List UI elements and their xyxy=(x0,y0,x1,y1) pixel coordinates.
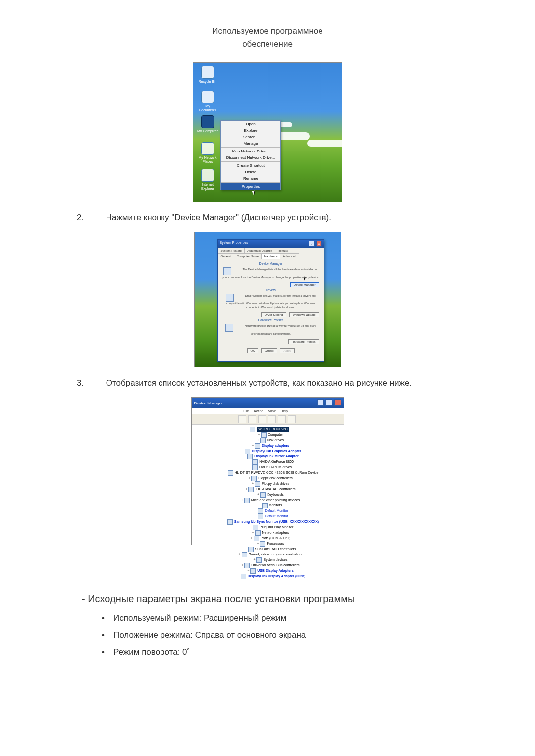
tree-processors[interactable]: Processors xyxy=(267,542,284,545)
context-menu: Open Explore Search... Manage Map Networ… xyxy=(220,120,281,190)
desktop-icon-network-places[interactable]: My Network Places xyxy=(197,142,218,163)
tree-keyboards[interactable]: Keyboards xyxy=(267,493,283,496)
tree-sound[interactable]: Sound, video and game controllers xyxy=(249,553,302,556)
menu-help[interactable]: Help xyxy=(280,409,287,413)
tree-monitor-3[interactable]: Samsung UbiSync Monitor (USB_XXXXXXXXXXX… xyxy=(234,520,319,523)
tree-scsi[interactable]: SCSI and RAID controllers xyxy=(255,547,296,551)
menu-view[interactable]: View xyxy=(268,409,275,413)
tree-monitor-4[interactable]: Plug and Play Monitor xyxy=(260,525,293,529)
tab-computer-name[interactable]: Computer Name xyxy=(234,253,262,259)
hardware-profiles-button[interactable]: Hardware Profiles xyxy=(288,339,319,344)
close-button[interactable]: X xyxy=(316,241,322,247)
step-2-text: Нажмите кнопку "Device Manager" (Диспетч… xyxy=(106,213,331,222)
tree-usb-display-adapters[interactable]: USB Display Adapters xyxy=(257,569,294,572)
menu-item-disconnect-drive[interactable]: Disconnect Network Drive... xyxy=(221,154,280,161)
driver-signing-button[interactable]: Driver Signing xyxy=(261,312,287,317)
window-title: Device Manager xyxy=(194,401,223,405)
tab-hardware[interactable]: Hardware xyxy=(261,253,280,259)
tree-monitors[interactable]: Monitors xyxy=(269,504,282,507)
cloud-deco xyxy=(307,140,342,147)
menu-action[interactable]: Action xyxy=(254,409,263,413)
menu-item-map-drive[interactable]: Map Network Drive... xyxy=(221,148,280,154)
desktop-icon-recycle-bin[interactable]: Recycle Bin xyxy=(197,66,218,84)
tree-network[interactable]: Network adapters xyxy=(262,531,289,534)
tab-general[interactable]: General xyxy=(218,253,234,259)
menu-item-open[interactable]: Open xyxy=(221,121,280,127)
header-rule xyxy=(52,52,483,52)
menu-file[interactable]: File xyxy=(243,409,249,413)
toolbar-help-icon[interactable] xyxy=(288,415,296,423)
tree-mice[interactable]: Mice and other pointing devices xyxy=(251,498,300,502)
tree-system-devices[interactable]: System devices xyxy=(263,558,287,561)
drivers-icon xyxy=(226,294,234,302)
tab-remote[interactable]: Remote xyxy=(275,248,291,253)
tab-system-restore[interactable]: System Restore xyxy=(218,248,245,253)
recycle-bin-icon xyxy=(201,66,214,79)
computer-icon xyxy=(250,427,255,432)
ok-button[interactable]: OK xyxy=(247,348,259,353)
device-manager-button[interactable]: Device Manager xyxy=(290,282,319,287)
tree-dvd-device[interactable]: HL-DT-ST RW/DVD GCC-4320B SCSI CdRom Dev… xyxy=(235,471,319,474)
maximize-button[interactable] xyxy=(325,399,332,406)
menu-item-manage[interactable]: Manage xyxy=(221,140,280,147)
tree-monitor-1[interactable]: Default Monitor xyxy=(265,509,288,512)
menu-item-delete[interactable]: Delete xyxy=(221,169,280,175)
desktop-icon-ie[interactable]: Internet Explorer xyxy=(197,169,218,190)
tree-floppy-drives[interactable]: Floppy disk drives xyxy=(262,482,289,485)
tree-display-adapter-2[interactable]: DisplayLink Mirror Adapter xyxy=(254,454,299,458)
tree-usb-controllers[interactable]: Universal Serial Bus controllers xyxy=(251,563,299,567)
apply-button[interactable]: Apply xyxy=(280,348,294,353)
cdrom-icon xyxy=(228,470,233,476)
toolbar-forward-icon[interactable] xyxy=(248,415,256,423)
windows-update-button[interactable]: Windows Update xyxy=(289,312,319,317)
desktop-icon-my-computer[interactable]: My Computer xyxy=(197,115,218,133)
tree-ports[interactable]: Ports (COM & LPT) xyxy=(261,536,291,540)
toolbar-back-icon[interactable] xyxy=(238,415,246,423)
monitor-icon xyxy=(258,508,263,514)
menu-item-explore[interactable]: Explore xyxy=(221,127,280,134)
section-heading: - Исходные параметры экрана после устано… xyxy=(82,593,483,605)
tree-dvd[interactable]: DVD/CD-ROM drives xyxy=(259,465,292,469)
tree-display-adapter-1[interactable]: DisplayLink Graphics Adapter xyxy=(252,449,301,453)
toolbar-refresh-icon[interactable] xyxy=(268,415,276,423)
menu-item-create-shortcut[interactable]: Create Shortcut xyxy=(221,162,280,169)
tree-ide[interactable]: IDE ATA/ATAPI controllers xyxy=(255,487,295,491)
desktop-icon-my-documents[interactable]: My Documents xyxy=(197,91,218,112)
help-button[interactable]: ? xyxy=(309,241,315,247)
minimize-button[interactable] xyxy=(317,399,324,406)
tree-floppy-controllers[interactable]: Floppy disk controllers xyxy=(258,476,293,480)
tab-automatic-updates[interactable]: Automatic Updates xyxy=(244,248,275,253)
bullet-3: Режим поворота: 0˚ xyxy=(102,647,483,657)
menu-item-properties[interactable]: Properties xyxy=(221,183,280,190)
dialog-title: System Properties xyxy=(220,241,248,247)
header-line-2: обеспечение xyxy=(242,39,293,49)
menu-item-search[interactable]: Search... xyxy=(221,134,280,140)
tree-monitor-2[interactable]: Default Monitor xyxy=(265,514,288,518)
tree-usb-display-adapter-1[interactable]: DisplayLink Display Adapter (0026) xyxy=(248,574,305,578)
system-properties-dialog: System Properties ? X System Restore Aut… xyxy=(217,239,324,362)
tree-display-adapters[interactable]: Display adapters xyxy=(262,444,289,447)
network-icon xyxy=(201,142,214,155)
section-hw-profiles-title: Hardware Profiles xyxy=(222,318,320,322)
tree-disk-drives[interactable]: Disk drives xyxy=(267,438,284,442)
desktop-icon-label: My Documents xyxy=(199,104,216,112)
menu-separator xyxy=(221,147,280,148)
toolbar-properties-icon[interactable] xyxy=(258,415,266,423)
tree-computer[interactable]: Computer xyxy=(268,433,283,436)
folder-icon xyxy=(201,91,214,103)
disk-icon xyxy=(260,438,266,443)
titlebar-buttons: ? X xyxy=(308,241,322,247)
display-icon xyxy=(247,454,253,459)
dialog-bottom-buttons: OK Cancel Apply xyxy=(222,347,320,354)
menu-item-rename[interactable]: Rename xyxy=(221,175,280,182)
tree-root[interactable]: WORKGROUP-PC xyxy=(257,427,289,432)
monitor-icon xyxy=(258,514,263,519)
tree-display-adapter-3[interactable]: NVIDIA GeForce 8800 xyxy=(259,460,294,463)
toolbar-scan-icon[interactable] xyxy=(278,415,286,423)
cancel-button[interactable]: Cancel xyxy=(261,348,277,353)
close-button[interactable] xyxy=(334,399,341,406)
page: Используемое программное обеспечение Rec… xyxy=(0,0,535,756)
tab-advanced[interactable]: Advanced xyxy=(280,253,299,259)
figure-3-device-manager: Device Manager File Action View Help xyxy=(191,397,344,545)
ide-icon xyxy=(248,487,254,492)
